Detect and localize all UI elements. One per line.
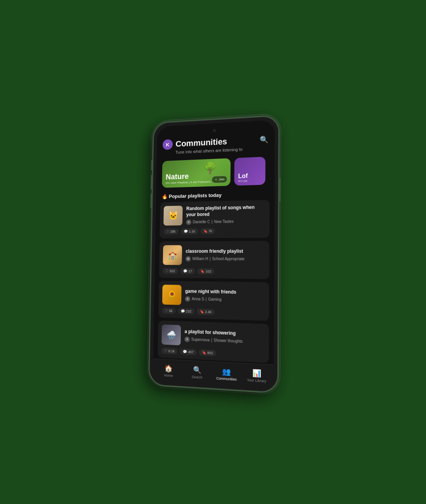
- nav-search[interactable]: 🔍 Search: [182, 362, 211, 382]
- author-name: Supernova: [191, 337, 210, 342]
- nav-communities[interactable]: 👥 Communities: [211, 364, 241, 384]
- author-avatar: A: [185, 296, 191, 302]
- side-button-mute: [151, 160, 153, 171]
- playlist-info: classroom friendly playlist W William H …: [186, 245, 265, 266]
- nav-library[interactable]: 📊 Your Library: [241, 366, 272, 386]
- playlist-author: D Danielle C | New Tastes: [186, 218, 265, 225]
- playlist-title: classroom friendly playlist: [186, 249, 265, 255]
- playlist-author: S Supernova | Shower thoughts: [184, 337, 265, 345]
- page-title: Communities: [175, 136, 227, 149]
- user-avatar[interactable]: K: [163, 139, 173, 150]
- author-name: Anna S: [192, 297, 204, 302]
- likes-count: 8.1k: [168, 349, 175, 353]
- playlist-card[interactable]: 🌧️ a playlist for showering S Supernova …: [158, 321, 269, 363]
- community-card-nature[interactable]: 🌳 Nature 2m User Playlists | 6.4m Follow…: [162, 158, 230, 188]
- author-separator: |: [210, 257, 211, 261]
- likes-stat: ♡ 28k: [163, 228, 179, 235]
- author-separator: |: [211, 220, 213, 224]
- author-avatar: W: [186, 256, 191, 262]
- communities-row: 🌳 Nature 2m User Playlists | 6.4m Follow…: [156, 152, 275, 192]
- plus-icon: ＋: [215, 178, 218, 182]
- likes-count: 502: [170, 269, 175, 273]
- side-button-volume-down: [151, 193, 152, 208]
- author-category: Gaming: [208, 297, 222, 302]
- community-card-lofi[interactable]: Lof 8m Use: [234, 157, 266, 186]
- saves-stat: 🔖 7k: [200, 228, 215, 234]
- playlist-card[interactable]: 🌻 game night with friends A Anna S | Gam…: [158, 281, 269, 321]
- communities-icon: 👥: [222, 367, 231, 376]
- playlist-stats: ♡ 8.1k 💬 407 🔖 802: [161, 348, 265, 359]
- nav-library-label: Your Library: [247, 378, 266, 383]
- playlist-thumbnail: 🏫: [163, 245, 182, 265]
- comments-stat: 💬 1.1k: [180, 228, 198, 235]
- author-name: William H: [192, 257, 208, 261]
- playlist-thumbnail: 🌻: [162, 285, 182, 305]
- likes-count: 28k: [170, 230, 176, 233]
- likes-count: 5k: [169, 309, 172, 313]
- heart-icon: ♡: [166, 269, 169, 273]
- nav-communities-label: Communities: [216, 376, 237, 381]
- phone-screen: K Communities 🔍 Tune into what others ar…: [153, 120, 275, 388]
- playlist-author: W William H | School Appropriate: [186, 256, 265, 262]
- saves-count: 2.4k: [205, 310, 211, 314]
- author-avatar: S: [184, 337, 190, 342]
- playlist-stats: ♡ 502 💬 17 🔖 102: [163, 268, 265, 275]
- likes-stat: ♡ 502: [163, 268, 178, 274]
- thumb-classroom-bg: 🏫: [163, 245, 182, 265]
- heart-icon: ♡: [164, 349, 167, 353]
- comment-icon: 💬: [183, 269, 187, 273]
- likes-stat: ♡ 5k: [162, 307, 175, 314]
- join-label: Join: [219, 178, 224, 181]
- author-category: Shower thoughts: [213, 338, 242, 343]
- bookmark-icon: 🔖: [200, 269, 204, 273]
- playlist-card[interactable]: 🐱 Random playlist of songs when your bor…: [160, 200, 270, 238]
- search-icon[interactable]: 🔍: [259, 135, 268, 144]
- nav-home[interactable]: 🏠 Home: [155, 361, 183, 380]
- saves-count: 102: [206, 269, 211, 273]
- home-icon: 🏠: [165, 364, 173, 373]
- comment-icon: 💬: [180, 309, 185, 313]
- playlist-title: Random playlist of songs when your bored: [186, 204, 266, 218]
- join-button[interactable]: ＋ Join: [211, 176, 227, 183]
- playlist-info: game night with friends A Anna S | Gamin…: [185, 285, 265, 307]
- comment-icon: 💬: [183, 350, 187, 354]
- author-separator: |: [211, 338, 212, 342]
- thumb-road-bg: 🌧️: [161, 324, 181, 345]
- playlist-top: 🐱 Random playlist of songs when your bor…: [163, 204, 266, 226]
- likes-stat: ♡ 8.1k: [161, 348, 178, 355]
- author-name: Danielle C: [193, 220, 210, 224]
- playlist-info: Random playlist of songs when your bored…: [186, 204, 265, 225]
- playlist-card[interactable]: 🏫 classroom friendly playlist W William …: [159, 241, 270, 279]
- playlist-thumbnail: 🐱: [163, 206, 183, 226]
- lofi-meta: 8m Use: [238, 179, 261, 183]
- comments-count: 17: [188, 269, 192, 273]
- playlist-author: A Anna S | Gaming: [185, 296, 265, 304]
- comment-icon: 💬: [184, 230, 188, 233]
- playlist-info: a playlist for showering S Supernova | S…: [184, 325, 265, 349]
- thumb-cat-bg: 🐱: [163, 206, 183, 226]
- saves-count: 802: [207, 351, 213, 355]
- side-button-volume-up: [151, 175, 153, 190]
- thumb-sunflower-bg: 🌻: [162, 285, 182, 305]
- side-button-power: [279, 178, 280, 202]
- playlist-top: 🏫 classroom friendly playlist W William …: [163, 245, 265, 266]
- app-content: K Communities 🔍 Tune into what others ar…: [153, 131, 275, 364]
- nature-icon: 🌳: [203, 161, 217, 175]
- comments-stat: 💬 17: [180, 268, 195, 274]
- bookmark-icon: 🔖: [202, 350, 206, 355]
- playlist-thumbnail: 🌧️: [161, 324, 181, 345]
- playlist-top: 🌧️ a playlist for showering S Supernova …: [161, 324, 265, 349]
- playlist-title: game night with friends: [185, 288, 265, 296]
- playlist-list: 🐱 Random playlist of songs when your bor…: [153, 200, 275, 363]
- author-category: New Tastes: [214, 219, 234, 224]
- search-nav-icon: 🔍: [193, 365, 201, 375]
- comments-stat: 💬 232: [178, 308, 194, 314]
- heart-icon: ♡: [165, 309, 168, 313]
- saves-stat: 🔖 802: [199, 349, 216, 356]
- lofi-name: Lof: [238, 172, 261, 180]
- saves-stat: 🔖 102: [197, 268, 214, 274]
- author-avatar: D: [186, 219, 191, 225]
- bookmark-icon: 🔖: [200, 310, 204, 314]
- library-icon: 📊: [252, 368, 261, 378]
- bookmark-icon: 🔖: [203, 229, 208, 233]
